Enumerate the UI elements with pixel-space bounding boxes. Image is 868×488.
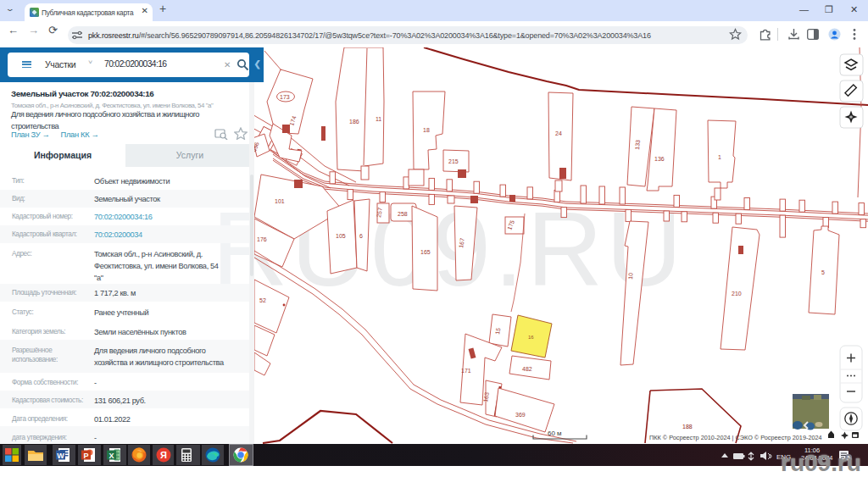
svg-text:1: 1 <box>718 154 721 160</box>
svg-text:5: 5 <box>821 269 825 275</box>
svg-text:215: 215 <box>448 158 459 164</box>
svg-text:133: 133 <box>634 140 641 150</box>
svg-text:105: 105 <box>336 233 346 239</box>
svg-text:173: 173 <box>280 94 290 100</box>
svg-text:258: 258 <box>398 211 408 217</box>
svg-text:136: 136 <box>654 156 665 162</box>
svg-text:171: 171 <box>461 368 471 374</box>
svg-text:101: 101 <box>275 198 285 204</box>
svg-text:18: 18 <box>423 127 430 133</box>
svg-text:176: 176 <box>257 236 267 242</box>
svg-text:52: 52 <box>259 297 266 303</box>
svg-text:Я: Я <box>160 450 167 460</box>
svg-text:P: P <box>83 452 88 460</box>
svg-text:24: 24 <box>555 130 562 136</box>
svg-text:210: 210 <box>732 291 742 297</box>
svg-text:W: W <box>57 452 64 460</box>
svg-text:X: X <box>108 452 114 460</box>
svg-text:369: 369 <box>515 412 526 418</box>
svg-text:60 м: 60 м <box>548 430 562 437</box>
svg-text:ПКК © Росреестр 2010-2024 | СЭ: ПКК © Росреестр 2010-2024 | СЭКО © Росре… <box>649 434 822 441</box>
svg-text:186: 186 <box>349 119 359 125</box>
svg-text:10: 10 <box>627 273 634 280</box>
svg-text:165: 165 <box>420 249 431 255</box>
svg-text:6: 6 <box>359 233 363 239</box>
svg-text:16: 16 <box>528 335 534 340</box>
svg-text:188: 188 <box>682 424 693 430</box>
svg-text:11: 11 <box>376 116 381 122</box>
svg-text:482: 482 <box>522 366 532 372</box>
svg-text:15: 15 <box>494 327 501 335</box>
